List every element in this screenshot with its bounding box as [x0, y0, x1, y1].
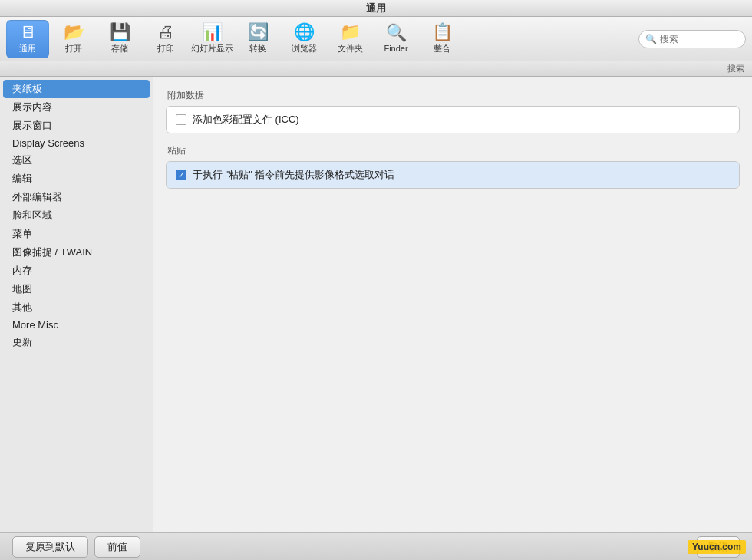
- paste-option-text: 于执行 "粘贴" 指令前先提供影像格式选取对话: [193, 168, 394, 182]
- paste-option-row: ✓ 于执行 "粘贴" 指令前先提供影像格式选取对话: [167, 162, 739, 188]
- toolbar-label-files: 文件夹: [338, 43, 363, 54]
- main-layout: 夹纸板 展示内容 展示窗口 Display Screens 选区 编辑 外部编辑…: [0, 77, 752, 532]
- sidebar-item-more-misc[interactable]: More Misc: [3, 317, 150, 333]
- search-box: 🔍: [638, 30, 746, 48]
- sidebar-item-external-editor[interactable]: 外部编辑器: [3, 188, 150, 206]
- sidebar-item-menu[interactable]: 菜单: [3, 225, 150, 243]
- extra-data-section-label: 附加数据: [166, 90, 206, 100]
- sidebar-item-display-screens[interactable]: Display Screens: [3, 135, 150, 151]
- sidebar-item-show-content[interactable]: 展示内容: [3, 98, 150, 117]
- convert-icon: 🔄: [248, 24, 269, 41]
- toolbar-label-convert: 转换: [249, 43, 266, 54]
- sidebar-item-show-window[interactable]: 展示窗口: [3, 117, 150, 135]
- sidebar: 夹纸板 展示内容 展示窗口 Display Screens 选区 编辑 外部编辑…: [0, 77, 153, 532]
- toolbar-item-finder[interactable]: 🔍 Finder: [374, 20, 417, 58]
- save-icon: 💾: [110, 24, 130, 41]
- toolbar-item-integration[interactable]: 📋 整合: [421, 20, 463, 58]
- icc-option-row: 添加色彩配置文件 (ICC): [167, 107, 739, 133]
- paste-checkbox[interactable]: ✓: [176, 170, 186, 180]
- sidebar-item-selection[interactable]: 选区: [3, 151, 150, 170]
- general-icon: 🖥: [19, 24, 36, 41]
- icc-option-text: 添加色彩配置文件 (ICC): [193, 113, 299, 127]
- icc-checkbox[interactable]: [176, 114, 186, 125]
- print-icon: 🖨: [157, 24, 174, 41]
- sidebar-item-other[interactable]: 其他: [3, 298, 150, 317]
- integration-icon: 📋: [432, 24, 453, 41]
- reset-button[interactable]: 复原到默认: [12, 536, 88, 558]
- toolbar-label-integration: 整合: [434, 43, 450, 54]
- content-area: 附加数据 添加色彩配置文件 (ICC) 粘贴 ✓ 于执行 "粘贴" 指令前先提供…: [153, 77, 752, 532]
- finder-icon: 🔍: [386, 25, 407, 41]
- toolbar-label-print: 打印: [157, 43, 174, 54]
- toolbar-label-save: 存储: [111, 43, 128, 54]
- search-label: 搜索: [727, 63, 744, 74]
- watermark: Yuucn.com: [688, 540, 746, 554]
- sidebar-item-face-region[interactable]: 脸和区域: [3, 206, 150, 225]
- toolbar-item-convert[interactable]: 🔄 转换: [236, 20, 279, 58]
- extra-data-section: 添加色彩配置文件 (ICC): [166, 106, 740, 133]
- title-bar: 通用: [0, 0, 752, 17]
- browser-icon: 🌐: [294, 24, 315, 41]
- toolbar-item-save[interactable]: 💾 存储: [98, 20, 141, 58]
- open-icon: 📂: [64, 24, 84, 41]
- paste-label-wrapper: 粘贴: [166, 144, 740, 157]
- toolbar-item-browser[interactable]: 🌐 浏览器: [282, 20, 325, 58]
- sidebar-item-memory[interactable]: 内存: [3, 262, 150, 280]
- toolbar: 🖥 通用 📂 打开 💾 存储 🖨 打印 📊 幻灯片显示 🔄 转换 🌐 浏览器 📁…: [0, 17, 752, 61]
- toolbar-item-print[interactable]: 🖨 打印: [144, 20, 187, 58]
- search-input[interactable]: [660, 34, 739, 44]
- toolbar-item-slideshow[interactable]: 📊 幻灯片显示: [190, 20, 233, 58]
- paste-section: ✓ 于执行 "粘贴" 指令前先提供影像格式选取对话: [166, 161, 740, 189]
- bottom-left-buttons: 复原到默认 前值: [12, 536, 140, 558]
- toolbar-item-general[interactable]: 🖥 通用: [6, 20, 49, 58]
- search-icon: 🔍: [645, 34, 657, 44]
- bottom-bar: 复原到默认 前值 取消: [0, 532, 752, 560]
- window-title: 通用: [366, 2, 386, 15]
- sidebar-item-map[interactable]: 地图: [3, 280, 150, 298]
- toolbar-label-open: 打开: [65, 43, 82, 54]
- prev-button[interactable]: 前值: [94, 536, 140, 558]
- toolbar-item-open[interactable]: 📂 打开: [52, 20, 95, 58]
- sidebar-item-twain[interactable]: 图像捕捉 / TWAIN: [3, 243, 150, 262]
- paste-section-label: 粘贴: [166, 145, 187, 156]
- toolbar-item-files[interactable]: 📁 文件夹: [328, 20, 371, 58]
- sidebar-item-update[interactable]: 更新: [3, 333, 150, 351]
- toolbar-label-slideshow: 幻灯片显示: [191, 43, 233, 54]
- toolbar-label-finder: Finder: [384, 44, 407, 53]
- files-icon: 📁: [340, 24, 361, 41]
- toolbar-label-general: 通用: [19, 43, 36, 54]
- sidebar-item-clipboard[interactable]: 夹纸板: [3, 80, 150, 98]
- extra-data-label-wrapper: 附加数据: [166, 89, 740, 102]
- search-label-bar: 搜索: [0, 61, 752, 77]
- toolbar-label-browser: 浏览器: [292, 43, 317, 54]
- sidebar-item-edit[interactable]: 编辑: [3, 170, 150, 188]
- slideshow-icon: 📊: [202, 24, 223, 41]
